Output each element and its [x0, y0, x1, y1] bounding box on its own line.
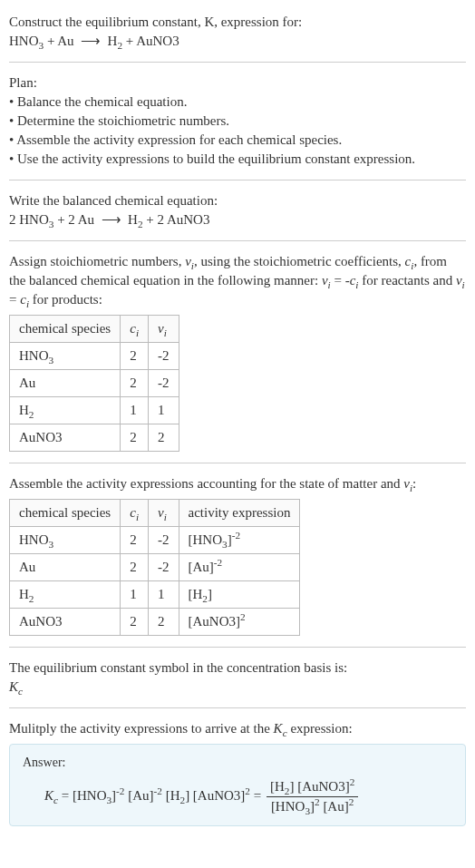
- cell-ci: 2: [121, 424, 149, 452]
- cell-vi: 1: [149, 397, 179, 424]
- divider: [9, 62, 466, 63]
- cell-activity: [Au]-2: [179, 554, 300, 581]
- cell-species: Au: [10, 370, 121, 397]
- divider: [9, 180, 466, 180]
- cell-species: AuNO3: [10, 609, 121, 636]
- cell-vi: 2: [149, 424, 179, 452]
- stoich-table: chemical species ci νi HNO3 2 -2 Au 2 -2…: [9, 315, 179, 452]
- fraction: [H2] [AuNO3]2 [HNO3]2 [Au]2: [267, 777, 358, 816]
- balanced-equation: 2 HNO3 + 2 Au ⟶ H2 + 2 AuNO3: [9, 210, 466, 229]
- col-species: chemical species: [10, 500, 121, 527]
- table-row: H2 1 1 [H2]: [10, 581, 300, 609]
- plan-bullet-4: • Use the activity expressions to build …: [9, 150, 466, 169]
- cell-ci: 1: [121, 581, 149, 609]
- divider: [9, 647, 466, 648]
- numerator: [H2] [AuNO3]2: [267, 777, 358, 797]
- plan-bullet-1: • Balance the chemical equation.: [9, 93, 466, 112]
- cell-vi: 1: [149, 581, 179, 609]
- symbol-line1: The equilibrium constant symbol in the c…: [9, 658, 466, 678]
- header: Construct the equilibrium constant, K, e…: [9, 13, 466, 51]
- col-activity: activity expression: [179, 500, 300, 527]
- col-vi: νi: [149, 500, 179, 527]
- symbol-section: The equilibrium constant symbol in the c…: [9, 658, 466, 697]
- col-species: chemical species: [10, 316, 121, 343]
- cell-vi: -2: [149, 343, 179, 370]
- table-row: AuNO3 2 2 [AuNO3]2: [10, 609, 300, 636]
- answer-expression: Kc = [HNO3]-2 [Au]-2 [H2] [AuNO3]2 = [H2…: [44, 777, 452, 816]
- final-section: Mulitply the activity expressions to arr…: [9, 719, 466, 826]
- cell-activity: [AuNO3]2: [179, 609, 300, 636]
- activity-intro: Assemble the activity expressions accoun…: [9, 474, 466, 493]
- table-row: HNO3 2 -2: [10, 343, 179, 370]
- header-line1: Construct the equilibrium constant, K, e…: [9, 13, 466, 32]
- cell-vi: 2: [149, 609, 179, 636]
- cell-ci: 2: [121, 609, 149, 636]
- plan-title: Plan:: [9, 73, 466, 93]
- table-row: Au 2 -2 [Au]-2: [10, 554, 300, 581]
- cell-species: H2: [10, 581, 121, 609]
- cell-species: HNO3: [10, 527, 121, 554]
- cell-ci: 2: [121, 370, 149, 397]
- header-equation: HNO3 + Au ⟶ H2 + AuNO3: [9, 32, 466, 51]
- table-header-row: chemical species ci νi: [10, 316, 179, 343]
- divider: [9, 707, 466, 708]
- plan-bullet-3: • Assemble the activity expression for e…: [9, 131, 466, 150]
- balanced-intro: Write the balanced chemical equation:: [9, 191, 466, 210]
- symbol-line2: Kc: [9, 678, 466, 697]
- cell-species: Au: [10, 554, 121, 581]
- denominator: [HNO3]2 [Au]2: [267, 797, 358, 816]
- stoich-intro: Assign stoichiometric numbers, νi, using…: [9, 252, 466, 309]
- cell-vi: -2: [149, 370, 179, 397]
- answer-box: Answer: Kc = [HNO3]-2 [Au]-2 [H2] [AuNO3…: [9, 744, 466, 826]
- plan-bullet-2: • Determine the stoichiometric numbers.: [9, 112, 466, 131]
- plan-section: Plan: • Balance the chemical equation. •…: [9, 73, 466, 169]
- activity-section: Assemble the activity expressions accoun…: [9, 474, 466, 636]
- table-row: H2 1 1: [10, 397, 179, 424]
- stoich-section: Assign stoichiometric numbers, νi, using…: [9, 252, 466, 452]
- cell-vi: -2: [149, 554, 179, 581]
- cell-ci: 2: [121, 527, 149, 554]
- balanced-section: Write the balanced chemical equation: 2 …: [9, 191, 466, 229]
- cell-species: HNO3: [10, 343, 121, 370]
- cell-vi: -2: [149, 527, 179, 554]
- cell-activity: [H2]: [179, 581, 300, 609]
- activity-table: chemical species ci νi activity expressi…: [9, 499, 300, 636]
- cell-ci: 2: [121, 343, 149, 370]
- cell-species: H2: [10, 397, 121, 424]
- cell-activity: [HNO3]-2: [179, 527, 300, 554]
- cell-ci: 1: [121, 397, 149, 424]
- divider: [9, 240, 466, 241]
- cell-ci: 2: [121, 554, 149, 581]
- table-row: AuNO3 2 2: [10, 424, 179, 452]
- table-row: Au 2 -2: [10, 370, 179, 397]
- col-vi: νi: [149, 316, 179, 343]
- col-ci: ci: [121, 500, 149, 527]
- cell-species: AuNO3: [10, 424, 121, 452]
- divider: [9, 463, 466, 463]
- col-ci: ci: [121, 316, 149, 343]
- table-header-row: chemical species ci νi activity expressi…: [10, 500, 300, 527]
- answer-label: Answer:: [23, 754, 452, 772]
- table-row: HNO3 2 -2 [HNO3]-2: [10, 527, 300, 554]
- final-intro: Mulitply the activity expressions to arr…: [9, 719, 466, 738]
